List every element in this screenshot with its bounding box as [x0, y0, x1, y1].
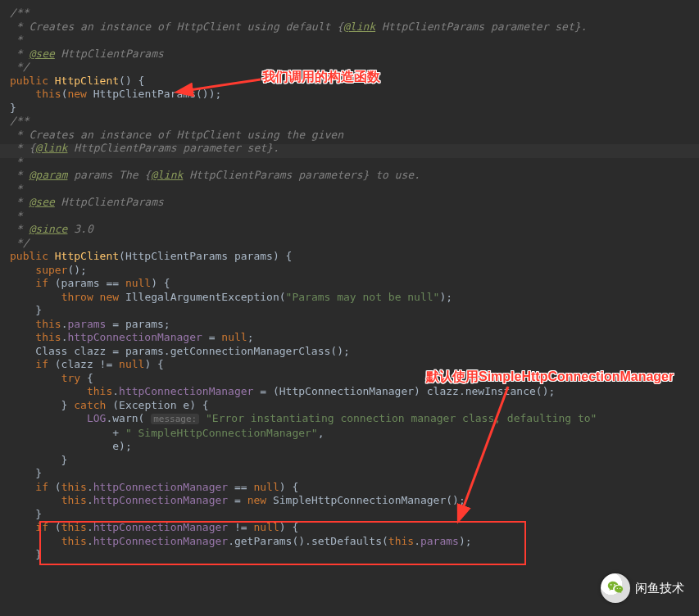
code: .getParams().setDefaults( — [228, 535, 388, 547]
indent — [10, 385, 87, 397]
field-log: LOG — [87, 412, 106, 424]
indent — [10, 88, 35, 100]
javadoc-see: @see — [29, 48, 54, 60]
code: { — [80, 372, 93, 384]
kw-null: null — [253, 521, 279, 533]
kw-super: super — [35, 264, 67, 276]
brace: } — [10, 508, 42, 520]
annotation-constructor: 我们调用的构造函数 — [262, 70, 380, 84]
dot: . — [87, 481, 93, 493]
indent — [10, 264, 35, 276]
code: IllegalArgumentException( — [119, 291, 286, 303]
ctor-name: HttpClient — [48, 75, 119, 87]
kw-this: this — [61, 494, 87, 506]
code: != — [228, 521, 253, 533]
comma: , — [318, 427, 325, 439]
code: ( — [48, 481, 61, 493]
indent — [10, 521, 35, 533]
code: = (HttpConnectionManager) clazz.newInsta… — [253, 385, 555, 397]
javadoc-line: * { — [10, 142, 35, 154]
kw-if: if — [35, 277, 48, 289]
kw-this: this — [35, 88, 61, 100]
code: ( — [48, 521, 61, 533]
code: e); — [10, 440, 132, 452]
code-editor[interactable]: /** * Creates an instance of HttpClient … — [0, 0, 699, 562]
code: ); — [439, 291, 452, 303]
code: .warn( — [106, 412, 151, 424]
javadoc-since: @since — [29, 223, 67, 235]
watermark-text: 闲鱼技术 — [635, 582, 684, 596]
javadoc-line: * — [10, 156, 23, 168]
kw-public: public — [10, 250, 48, 262]
code: HttpClientParams()); — [87, 88, 221, 100]
javadoc-line: * — [10, 210, 23, 222]
indent — [10, 277, 35, 289]
kw-try: try — [61, 372, 80, 384]
dot: . — [414, 535, 420, 547]
javadoc-link: @link — [35, 142, 67, 154]
code: + — [10, 427, 125, 439]
code: (); — [67, 264, 86, 276]
wechat-logo-icon — [601, 573, 630, 603]
kw-this: this — [35, 318, 61, 330]
code: == — [228, 481, 253, 493]
javadoc-line: 3.0 — [67, 223, 93, 235]
string-lit: " SimpleHttpConnectionManager" — [125, 427, 318, 439]
indent — [10, 412, 87, 424]
code: Class clazz = params.getConnectionManage… — [10, 345, 350, 357]
javadoc-line: HttpClientParams parameter set}. — [67, 142, 279, 154]
javadoc-open: /** — [10, 115, 29, 127]
indent — [10, 481, 35, 493]
javadoc-line: HttpClientParams — [55, 196, 164, 208]
kw-null: null — [253, 481, 279, 493]
code: (Exception e) { — [106, 399, 208, 411]
svg-point-4 — [620, 588, 620, 589]
javadoc-line: * Creates an instance of HttpClient usin… — [10, 20, 343, 33]
field-hcm: httpConnectionManager — [67, 331, 202, 343]
brace: } — [10, 454, 67, 466]
kw-null: null — [125, 277, 151, 289]
javadoc-close: */ — [10, 237, 29, 249]
javadoc-line: * Creates an instance of HttpClient usin… — [10, 129, 343, 141]
code: (HttpClientParams params) { — [119, 250, 292, 262]
brace: } — [10, 304, 42, 316]
kw-null: null — [119, 358, 144, 370]
javadoc-link: @link — [151, 169, 183, 181]
annotation-default-manager: 默认使用SimpleHttpConnectionManager — [426, 370, 674, 384]
indent — [10, 494, 61, 506]
code: } — [10, 399, 74, 411]
kw-if: if — [35, 481, 48, 493]
code: ) { — [151, 277, 170, 289]
javadoc-see: @see — [29, 196, 54, 208]
brace: } — [10, 102, 16, 114]
indent — [10, 535, 61, 547]
kw-public: public — [10, 75, 48, 87]
dot: . — [112, 385, 119, 397]
code: ) { — [279, 481, 298, 493]
kw-this: this — [61, 535, 87, 547]
kw-null: null — [221, 331, 247, 343]
code: (clazz != — [48, 358, 119, 370]
dot: . — [87, 535, 93, 547]
field-hcm: httpConnectionManager — [93, 535, 228, 547]
javadoc-line: * — [10, 183, 23, 195]
field-hcm: httpConnectionManager — [93, 494, 228, 506]
indent — [10, 291, 61, 303]
ctor-name: HttpClient — [48, 250, 119, 262]
field-hcm: httpConnectionManager — [119, 385, 253, 397]
code: = — [202, 331, 221, 343]
kw-catch: catch — [74, 399, 106, 411]
code — [199, 412, 206, 424]
field-hcm: httpConnectionManager — [93, 481, 228, 493]
svg-point-1 — [610, 584, 612, 586]
kw-throw-new: throw new — [61, 291, 119, 303]
field-params: params — [67, 318, 106, 330]
javadoc-close: */ — [10, 61, 29, 73]
javadoc-param: @param — [29, 169, 67, 181]
indent — [10, 331, 35, 343]
kw-if: if — [35, 521, 48, 533]
code: = — [228, 494, 247, 506]
semi: ; — [247, 331, 254, 343]
dot: . — [87, 521, 93, 533]
watermark: 闲鱼技术 — [601, 573, 684, 603]
